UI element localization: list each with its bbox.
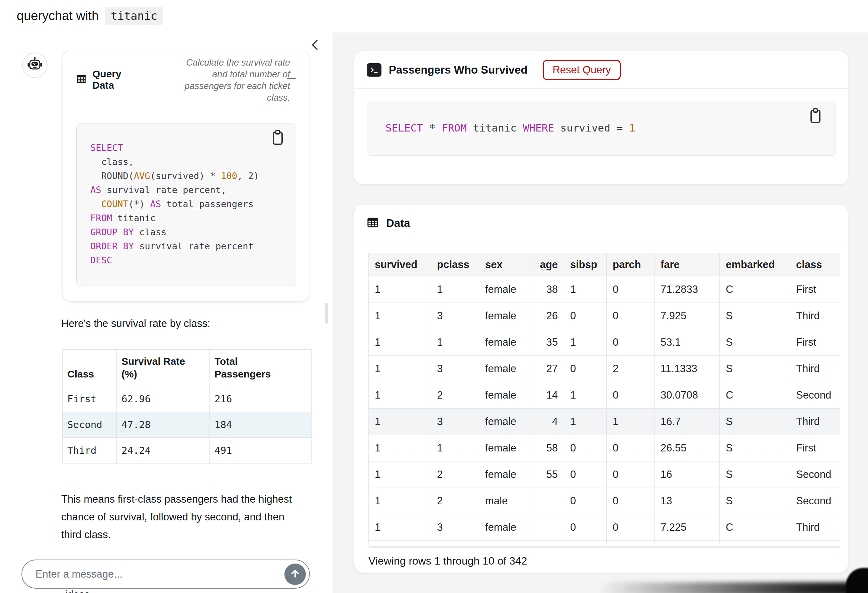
table-cell: 1 xyxy=(431,435,479,462)
table-cell: 26.55 xyxy=(654,435,720,462)
sidebar-collapse-button[interactable] xyxy=(309,38,323,53)
robot-icon xyxy=(27,56,43,74)
table-cell: 7.225 xyxy=(654,514,720,541)
table-cell: 1 xyxy=(431,329,479,356)
table-cell: female xyxy=(479,276,531,303)
table-row[interactable]: 13female26007.925SThird xyxy=(369,303,840,329)
horizontal-scrollbar[interactable] xyxy=(368,546,840,548)
table-cell: S xyxy=(720,409,790,435)
clipboard-icon xyxy=(270,143,286,148)
table-cell: 491 xyxy=(210,438,311,463)
table-cell xyxy=(479,541,531,545)
column-header[interactable]: age xyxy=(531,253,564,276)
table-cell xyxy=(654,541,720,545)
column-header: Total Passengers xyxy=(210,350,311,386)
table-cell: 24.24 xyxy=(117,438,210,463)
message-input[interactable] xyxy=(22,568,285,580)
table-row[interactable]: 12female141030.0708CSecond xyxy=(369,382,840,409)
table-cell: 0 xyxy=(564,514,607,541)
table-cell: 14 xyxy=(531,382,564,409)
column-header[interactable]: survived xyxy=(369,253,431,276)
assistant-message-intro: Here's the survival rate by class: xyxy=(61,317,210,330)
table-row[interactable]: 12female550016SSecond xyxy=(369,462,840,488)
column-header[interactable]: parch xyxy=(607,253,654,276)
clipboard-icon xyxy=(807,121,824,126)
table-cell: Third xyxy=(790,514,840,541)
table-cell: 1 xyxy=(369,462,431,488)
table-cell: 1 xyxy=(369,329,431,356)
bottom-peek-corner xyxy=(846,568,868,593)
table-cell xyxy=(790,541,840,545)
table-cell xyxy=(431,541,479,545)
table-cell: 1 xyxy=(369,514,431,541)
table-cell: female xyxy=(479,329,531,356)
table-cell: 0 xyxy=(564,435,607,462)
survival-rate-table: ClassSurvival Rate (%)Total Passengers F… xyxy=(62,350,311,463)
table-cell: 7.925 xyxy=(654,303,720,329)
table-cell: 2 xyxy=(431,462,479,488)
table-cell: First xyxy=(63,386,117,412)
table-row[interactable]: 11female381071.2833CFirst xyxy=(369,276,840,303)
column-header[interactable]: sibsp xyxy=(564,253,607,276)
clipped-suggestion-text[interactable]: ideas xyxy=(66,589,90,593)
sidebar-scrollbar[interactable] xyxy=(325,303,328,324)
reset-query-button[interactable]: Reset Query xyxy=(543,60,620,80)
table-cell: First xyxy=(790,435,840,462)
table-cell xyxy=(369,541,431,545)
table-cell: 58 xyxy=(531,435,564,462)
table-cell: 0 xyxy=(607,435,654,462)
data-card-title: Data xyxy=(386,217,410,230)
table-icon xyxy=(367,217,379,230)
table-cell: 1 xyxy=(369,276,431,303)
current-sql-block: SELECT * FROM titanic WHERE survived = 1 xyxy=(367,101,836,156)
column-header[interactable]: pclass xyxy=(431,253,479,276)
table-row-clipped xyxy=(369,541,840,545)
table-row[interactable]: 13female41116.7SThird xyxy=(369,409,840,435)
table-cell: female xyxy=(479,409,531,435)
column-header[interactable]: sex xyxy=(479,253,531,276)
table-row: Second47.28184 xyxy=(63,412,311,438)
table-cell: 1 xyxy=(369,303,431,329)
table-cell: S xyxy=(720,329,790,356)
table-cell: Third xyxy=(790,409,840,435)
rows-status-text: Viewing rows 1 through 10 of 342 xyxy=(368,555,848,567)
table-cell: 3 xyxy=(431,303,479,329)
card-minimize-button[interactable] xyxy=(287,78,296,79)
assistant-message-summary: This means first-class passengers had th… xyxy=(61,490,292,543)
table-cell: C xyxy=(720,382,790,409)
table-cell: 0 xyxy=(564,488,607,514)
table-cell: 1 xyxy=(369,488,431,514)
table-row[interactable]: 13female270211.1333SThird xyxy=(369,356,840,382)
table-cell: 62.96 xyxy=(117,386,210,412)
column-header[interactable]: embarked xyxy=(720,253,790,276)
current-sql-text: SELECT * FROM titanic WHERE survived = 1 xyxy=(367,101,836,134)
table-cell: S xyxy=(720,488,790,514)
table-cell: female xyxy=(479,435,531,462)
table-cell: 0 xyxy=(607,329,654,356)
current-query-card: Passengers Who Survived Reset Query SELE… xyxy=(354,51,848,185)
table-cell: 0 xyxy=(564,303,607,329)
table-row[interactable]: 11female580026.55SFirst xyxy=(369,435,840,462)
table-row[interactable]: 11female351053.1SFirst xyxy=(369,329,840,356)
table-cell xyxy=(607,541,654,545)
table-cell: S xyxy=(720,462,790,488)
table-cell: 71.2833 xyxy=(654,276,720,303)
bottom-peek-element xyxy=(598,582,868,593)
table-cell: 16.7 xyxy=(654,409,720,435)
assistant-avatar xyxy=(22,53,47,78)
column-header[interactable]: class xyxy=(790,253,840,276)
table-cell xyxy=(564,541,607,545)
table-cell: 0 xyxy=(607,488,654,514)
table-cell: 3 xyxy=(431,514,479,541)
table-row: Third24.24491 xyxy=(63,438,311,463)
copy-button[interactable] xyxy=(269,129,286,148)
table-cell: 30.0708 xyxy=(654,382,720,409)
table-row[interactable]: 13female007.225CThird xyxy=(369,514,840,541)
table-cell xyxy=(531,541,564,545)
table-row[interactable]: 12male0013SSecond xyxy=(369,488,840,514)
table-cell: 3 xyxy=(431,356,479,382)
tool-card-body: SELECT class, ROUND(AVG(survived) * 100,… xyxy=(63,123,309,287)
column-header[interactable]: fare xyxy=(654,253,720,276)
send-button[interactable] xyxy=(285,563,306,585)
copy-button[interactable] xyxy=(807,107,824,126)
